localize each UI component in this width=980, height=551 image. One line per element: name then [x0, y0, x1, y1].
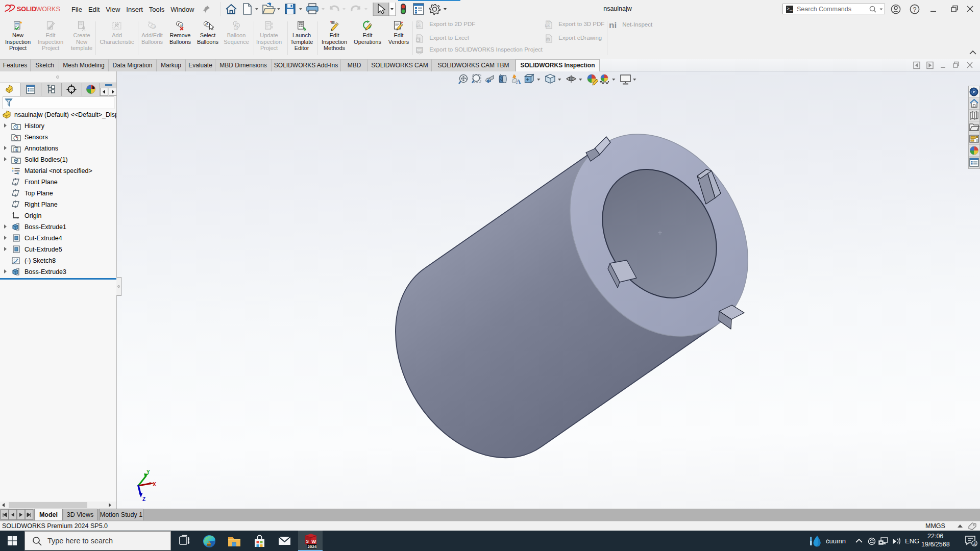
svg-text:3D: 3D	[547, 21, 551, 24]
svg-text:1: 1	[235, 22, 236, 25]
svg-text:PDF: PDF	[546, 24, 551, 27]
svg-text:1: 1	[178, 22, 179, 26]
svg-text:SOLID: SOLID	[17, 6, 36, 13]
svg-text:4: 4	[973, 541, 976, 546]
svg-text:SW: SW	[417, 48, 422, 52]
svg-text:S: S	[306, 539, 309, 544]
svg-text:A: A	[15, 148, 18, 153]
svg-text:A: A	[516, 78, 521, 85]
svg-text:Y: Y	[146, 469, 150, 475]
svg-text:11: 11	[180, 23, 183, 27]
svg-text:Z: Z	[142, 496, 145, 502]
svg-text:3: 3	[235, 26, 237, 29]
svg-text:e: e	[547, 38, 549, 41]
svg-text:?: ?	[913, 6, 917, 13]
svg-text:X: X	[153, 482, 156, 487]
svg-text:2024: 2024	[308, 544, 317, 549]
svg-text:PDF: PDF	[416, 24, 422, 27]
svg-text:W: W	[312, 539, 316, 544]
svg-text:11: 11	[205, 22, 208, 26]
svg-text:2: 2	[237, 24, 238, 27]
svg-text:WORKS: WORKS	[36, 6, 60, 13]
svg-text:111: 111	[152, 25, 156, 28]
